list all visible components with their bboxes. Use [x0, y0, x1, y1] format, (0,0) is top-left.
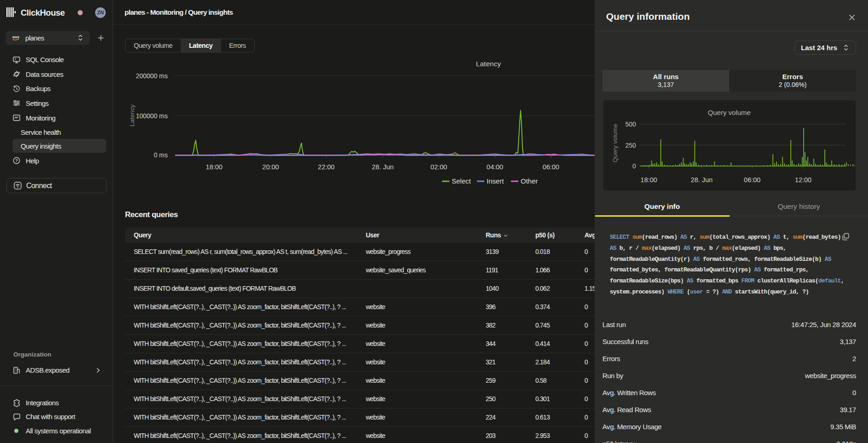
svg-text:12:00: 12:00	[795, 176, 811, 184]
svg-text:250: 250	[625, 142, 636, 149]
svg-text:Select: Select	[452, 177, 471, 185]
svg-text:Other: Other	[521, 177, 538, 185]
svg-text:18:00: 18:00	[641, 176, 657, 184]
svg-text:200000 ms: 200000 ms	[136, 72, 168, 80]
svg-text:aws: aws	[12, 35, 20, 39]
svg-text:Latency: Latency	[129, 104, 136, 127]
svg-text:Latency: Latency	[476, 60, 501, 68]
svg-text:28. Jun: 28. Jun	[372, 163, 394, 171]
svg-text:100000 ms: 100000 ms	[136, 112, 168, 120]
svg-text:22:00: 22:00	[318, 163, 335, 171]
svg-text:06:00: 06:00	[744, 176, 760, 184]
svg-text:Query volume: Query volume	[708, 109, 750, 116]
svg-text:?: ?	[15, 158, 18, 163]
svg-text:06:00: 06:00	[543, 163, 559, 171]
svg-text:18:00: 18:00	[206, 163, 222, 171]
svg-text:04:00: 04:00	[487, 163, 503, 171]
svg-text:Insert: Insert	[487, 177, 504, 185]
svg-text:Query volume: Query volume	[612, 124, 618, 162]
svg-text:02:00: 02:00	[431, 163, 447, 171]
svg-text:0 ms: 0 ms	[154, 151, 168, 159]
svg-text:500: 500	[625, 121, 636, 128]
svg-text:0: 0	[632, 162, 636, 170]
svg-text:20:00: 20:00	[262, 163, 279, 171]
svg-text:28. Jun: 28. Jun	[691, 176, 713, 184]
